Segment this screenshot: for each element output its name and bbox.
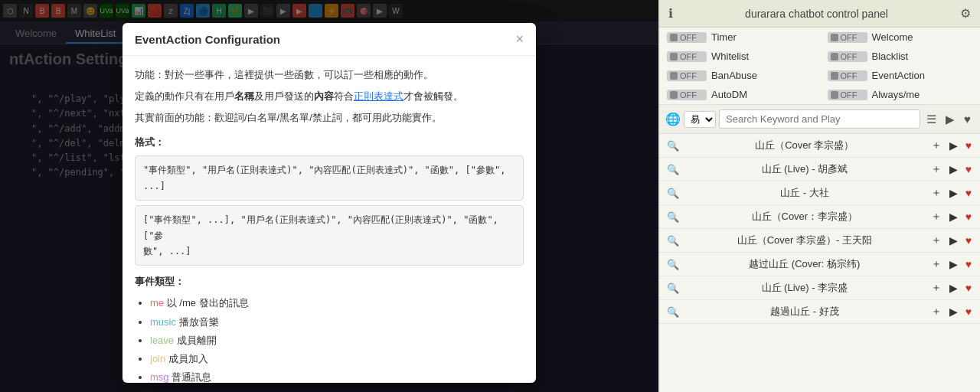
- song-search-icon[interactable]: 🔍: [665, 211, 681, 223]
- song-title: 山丘（Cover：李宗盛）: [684, 210, 926, 224]
- song-search-icon[interactable]: 🔍: [665, 306, 681, 318]
- song-title: 越过山丘 (Cover: 杨宗纬): [684, 257, 926, 271]
- toggle-welcome-label: Welcome: [872, 31, 913, 43]
- toggle-banabuse-state: OFF: [680, 71, 697, 80]
- modal-body: 功能：對於一些事件，這裡提供一些函數，可以訂一些相應的動作。 定義的動作只有在用…: [122, 56, 536, 383]
- song-fav-button[interactable]: ♥: [963, 281, 974, 295]
- toggle-autodm: OFF AutoDM: [659, 85, 820, 104]
- toggle-welcome-switch[interactable]: OFF: [828, 32, 867, 43]
- play-all-button[interactable]: ▶: [942, 111, 958, 128]
- toggle-autodm-switch[interactable]: OFF: [667, 90, 707, 100]
- song-search-icon[interactable]: 🔍: [665, 235, 681, 247]
- toggle-timer: OFF Timer: [659, 28, 820, 47]
- toggle-dot: [831, 72, 838, 80]
- toggle-autodm-label: AutoDM: [711, 89, 747, 100]
- right-panel: ℹ durarara chatbot control panel ⚙ OFF T…: [658, 0, 980, 392]
- globe-button[interactable]: 🌐: [665, 112, 681, 126]
- modal-header: EventAction Configuration ×: [122, 23, 536, 56]
- song-add-button[interactable]: ＋: [929, 256, 944, 272]
- modal-desc-2: 定義的動作只有在用戶名稱及用戶發送的內容符合正則表達式才會被觸發。: [135, 88, 524, 105]
- event-type-leave: leave 成員離開: [150, 332, 524, 349]
- song-row: 🔍 山丘 (Live) - 胡彥斌 ＋ ▶ ♥: [659, 158, 980, 181]
- song-fav-button[interactable]: ♥: [963, 162, 974, 176]
- toggle-eventaction: OFF EventAction: [820, 66, 981, 85]
- song-title: 山丘 (Live) - 李宗盛: [684, 281, 926, 295]
- song-search-icon[interactable]: 🔍: [665, 188, 681, 199]
- toggle-eventaction-switch[interactable]: OFF: [828, 70, 867, 81]
- toggle-dot: [831, 34, 838, 41]
- song-row: 🔍 山丘 - 大社 ＋ ▶ ♥: [659, 181, 980, 205]
- toggle-whitelist-switch[interactable]: OFF: [667, 51, 707, 62]
- song-title: 越過山丘 - 好茂: [684, 305, 926, 318]
- song-fav-button[interactable]: ♥: [963, 186, 974, 200]
- song-search-icon[interactable]: 🔍: [665, 259, 681, 270]
- toggle-whitelist-state: OFF: [680, 52, 697, 61]
- toggle-blacklist-state: OFF: [841, 52, 858, 61]
- regex-link[interactable]: 正則表達式: [354, 90, 403, 102]
- song-fav-button[interactable]: ♥: [963, 210, 974, 224]
- song-play-button[interactable]: ▶: [947, 162, 960, 176]
- song-play-button[interactable]: ▶: [947, 210, 960, 224]
- toggle-autodm-state: OFF: [680, 90, 697, 100]
- song-search-icon[interactable]: 🔍: [665, 164, 681, 175]
- format-title: 格式：: [135, 134, 524, 151]
- song-fav-button[interactable]: ♥: [963, 257, 974, 271]
- toggle-alwaysme: OFF Always/me: [820, 85, 981, 104]
- toggle-dot: [670, 91, 678, 99]
- toggle-timer-label: Timer: [711, 31, 737, 43]
- song-play-button[interactable]: ▶: [947, 257, 960, 271]
- eventaction-modal: EventAction Configuration × 功能：對於一些事件，這裡…: [122, 23, 536, 383]
- song-title: 山丘 - 大社: [684, 186, 926, 200]
- event-type-me: me 以 /me 發出的訊息: [150, 295, 524, 312]
- song-row: 🔍 山丘（Cover：李宗盛） ＋ ▶ ♥: [659, 205, 980, 229]
- song-add-button[interactable]: ＋: [929, 233, 944, 248]
- song-row: 🔍 山丘（Cover 李宗盛）- 王天阳 ＋ ▶ ♥: [659, 229, 980, 253]
- panel-title: durarara chatbot control panel: [673, 8, 960, 20]
- toggle-timer-switch[interactable]: OFF: [667, 32, 707, 43]
- song-add-button[interactable]: ＋: [929, 304, 944, 319]
- toggle-alwaysme-state: OFF: [841, 90, 858, 100]
- song-fav-button[interactable]: ♥: [963, 305, 974, 318]
- settings-button[interactable]: ⚙: [960, 6, 971, 21]
- left-panel: ⬡ N B B M 😊 UVa UVa 📊 🔴 z Zj 🔵 H 💚 ▶ ⬛ ▶…: [0, 0, 658, 392]
- song-row: 🔍 山丘 (Live) - 李宗盛 ＋ ▶ ♥: [659, 276, 980, 300]
- toggle-dot: [831, 91, 838, 99]
- event-types-title: 事件類型：: [135, 273, 524, 290]
- song-play-button[interactable]: ▶: [947, 186, 960, 200]
- toggle-blacklist-switch[interactable]: OFF: [828, 51, 867, 62]
- song-add-button[interactable]: ＋: [929, 162, 944, 177]
- code-block-2: ["事件類型", ...], "用戶名(正則表達式)", "內容匹配(正則表達式…: [135, 205, 524, 266]
- song-play-button[interactable]: ▶: [947, 139, 960, 152]
- song-list: 🔍 山丘（Cover 李宗盛） ＋ ▶ ♥ 🔍 山丘 (Live) - 胡彥斌 …: [659, 134, 980, 392]
- toggle-banabuse-label: BanAbuse: [711, 70, 757, 81]
- favorites-button[interactable]: ♥: [961, 111, 974, 127]
- song-play-button[interactable]: ▶: [947, 281, 960, 295]
- toggle-welcome-state: OFF: [841, 33, 858, 42]
- toggle-dot: [670, 53, 678, 60]
- song-search-icon[interactable]: 🔍: [665, 283, 681, 294]
- song-play-button[interactable]: ▶: [947, 234, 960, 247]
- event-types-list: me 以 /me 發出的訊息 music 播放音樂 leave 成員離開 joi…: [135, 295, 524, 383]
- song-add-button[interactable]: ＋: [929, 280, 944, 296]
- song-fav-button[interactable]: ♥: [963, 139, 974, 152]
- song-add-button[interactable]: ＋: [929, 209, 944, 224]
- list-view-button[interactable]: ☰: [923, 111, 939, 128]
- toggles-grid: OFF Timer OFF Welcome OFF Whitelist OFF …: [659, 28, 980, 105]
- event-type-music: music 播放音樂: [150, 314, 524, 331]
- modal-close-button[interactable]: ×: [515, 32, 524, 46]
- modal-overlay: EventAction Configuration × 功能：對於一些事件，這裡…: [0, 0, 658, 392]
- song-fav-button[interactable]: ♥: [963, 234, 974, 247]
- toggle-alwaysme-switch[interactable]: OFF: [828, 90, 867, 100]
- song-add-button[interactable]: ＋: [929, 138, 944, 153]
- song-play-button[interactable]: ▶: [947, 305, 960, 318]
- song-add-button[interactable]: ＋: [929, 185, 944, 201]
- search-input[interactable]: [719, 109, 920, 129]
- toggle-dot: [831, 53, 838, 60]
- difficulty-select[interactable]: 易中難: [684, 111, 716, 128]
- song-search-icon[interactable]: 🔍: [665, 140, 681, 152]
- toggle-whitelist-label: Whitelist: [711, 51, 749, 62]
- event-type-join: join 成員加入: [150, 351, 524, 368]
- toggle-dot: [670, 34, 678, 41]
- song-title: 山丘 (Live) - 胡彥斌: [684, 162, 926, 176]
- toggle-banabuse-switch[interactable]: OFF: [667, 70, 707, 81]
